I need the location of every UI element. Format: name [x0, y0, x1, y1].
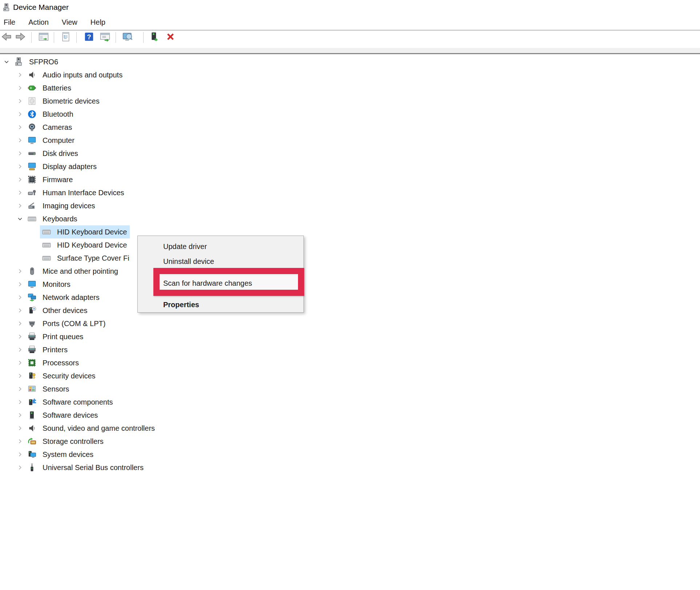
tree-row[interactable]: Storage controllers [0, 435, 700, 448]
chevron-right-icon[interactable] [16, 451, 24, 458]
tree-row[interactable]: Sensors [0, 382, 700, 396]
context-menu-item-uninstall-device[interactable]: Uninstall device [138, 254, 303, 269]
tree-row-content[interactable]: Ports (COM & LPT) [25, 317, 108, 330]
chevron-right-icon[interactable] [16, 84, 24, 92]
chevron-down-icon[interactable] [16, 215, 24, 222]
tree-row[interactable]: Mice and other pointing [0, 265, 700, 278]
menu-view[interactable]: View [57, 17, 83, 28]
tree-row[interactable]: Universal Serial Bus controllers [0, 461, 700, 474]
tree-row-content[interactable]: Printers [25, 343, 71, 356]
chevron-right-icon[interactable] [16, 412, 24, 419]
menu-file[interactable]: File [0, 17, 20, 28]
tree-row-content[interactable]: Sound, video and game controllers [25, 422, 158, 435]
tree-row-content[interactable]: Security devices [25, 369, 98, 382]
tree-row-content[interactable]: Sensors [25, 382, 72, 396]
chevron-right-icon[interactable] [16, 124, 24, 131]
tree-row[interactable]: HID Keyboard Device [0, 238, 700, 252]
chevron-right-icon[interactable] [16, 189, 24, 196]
chevron-right-icon[interactable] [16, 425, 24, 432]
chevron-right-icon[interactable] [16, 176, 24, 183]
chevron-right-icon[interactable] [16, 398, 24, 406]
chevron-right-icon[interactable] [16, 372, 24, 380]
tree-row[interactable]: Security devices [0, 369, 700, 382]
chevron-right-icon[interactable] [16, 137, 24, 144]
tree-row-selected[interactable]: HID Keyboard Device [0, 225, 700, 238]
chevron-right-icon[interactable] [16, 464, 24, 471]
tree-row[interactable]: Bluetooth [0, 108, 700, 121]
console-tree-button[interactable] [37, 31, 50, 44]
menu-help[interactable]: Help [85, 17, 110, 28]
tree-row-content[interactable]: Software components [25, 396, 116, 409]
chevron-right-icon[interactable] [16, 385, 24, 393]
tree-row-content[interactable]: Computer [25, 134, 77, 147]
tree-row-content[interactable]: Human Interface Devices [25, 186, 127, 199]
chevron-right-icon[interactable] [16, 268, 24, 275]
menu-action[interactable]: Action [23, 17, 54, 28]
tree-row[interactable]: Keyboards [0, 212, 700, 225]
chevron-right-icon[interactable] [16, 438, 24, 445]
tree-row[interactable]: Computer [0, 134, 700, 147]
tree-row-content[interactable]: Surface Type Cover Fi [40, 252, 132, 265]
tree-row-content[interactable]: Imaging devices [25, 199, 98, 212]
tree-row[interactable]: Audio inputs and outputs [0, 68, 700, 81]
tree-row[interactable]: Disk drives [0, 147, 700, 160]
back-button[interactable] [1, 31, 13, 44]
tree-row[interactable]: Cameras [0, 121, 700, 134]
scan-hardware-button[interactable] [121, 31, 134, 44]
tree-row[interactable]: ?Other devices [0, 304, 700, 317]
chevron-right-icon[interactable] [16, 333, 24, 340]
tree-row[interactable]: Printers [0, 343, 700, 356]
help-button[interactable]: ? [83, 31, 95, 44]
tree-row[interactable]: Imaging devices [0, 199, 700, 212]
context-menu-item-scan-for-hardware-changes[interactable]: Scan for hardware changes [160, 276, 298, 291]
tree-row-content[interactable]: Audio inputs and outputs [25, 68, 125, 81]
context-menu-item-properties[interactable]: Properties [138, 297, 303, 312]
tree-row-content[interactable]: Mice and other pointing [25, 265, 121, 278]
update-driver-button[interactable] [148, 31, 160, 44]
tree-row-content[interactable]: Monitors [25, 278, 73, 291]
tree-row-content[interactable]: SFPRO6 [12, 55, 61, 68]
chevron-right-icon[interactable] [16, 202, 24, 209]
tree-row-content[interactable]: Network adapters [25, 291, 102, 304]
chevron-right-icon[interactable] [16, 71, 24, 79]
tree-row[interactable]: SFPRO6 [0, 55, 700, 68]
chevron-right-icon[interactable] [16, 281, 24, 288]
tree-row-content[interactable]: Firmware [25, 173, 76, 186]
tree-row[interactable]: Processors [0, 356, 700, 369]
tree-row-content[interactable]: Bluetooth [25, 108, 76, 121]
tree-row-content[interactable]: Software devices [25, 409, 101, 422]
tree-row[interactable]: Biometric devices [0, 95, 700, 108]
chevron-right-icon[interactable] [16, 307, 24, 314]
tree-row-content[interactable]: Batteries [25, 81, 74, 95]
tree-row-content[interactable]: Biometric devices [25, 95, 102, 108]
tree-row-content[interactable]: Universal Serial Bus controllers [25, 461, 146, 474]
tree-row[interactable]: Monitors [0, 278, 700, 291]
export-list-button[interactable] [99, 31, 111, 44]
tree-row[interactable]: Ports (COM & LPT) [0, 317, 700, 330]
properties-button[interactable] [60, 31, 72, 44]
uninstall-button[interactable] [164, 31, 177, 44]
tree-row[interactable]: Surface Type Cover Fi [0, 252, 700, 265]
tree-row[interactable]: Batteries [0, 81, 700, 95]
chevron-right-icon[interactable] [16, 346, 24, 353]
tree-row[interactable]: Print queues [0, 330, 700, 343]
tree-row-content[interactable]: Storage controllers [25, 435, 106, 448]
chevron-right-icon[interactable] [16, 111, 24, 118]
tree-row[interactable]: Display adapters [0, 160, 700, 173]
tree-row-content[interactable]: Disk drives [25, 147, 81, 160]
tree-row-content[interactable]: Processors [25, 356, 82, 369]
tree-row-content[interactable]: HID Keyboard Device [40, 238, 130, 252]
tree-row[interactable]: System devices [0, 448, 700, 461]
tree-row-content[interactable]: Print queues [25, 330, 86, 343]
forward-button[interactable] [14, 31, 26, 44]
tree-row[interactable]: Firmware [0, 173, 700, 186]
tree-row-content[interactable]: Cameras [25, 121, 75, 134]
chevron-right-icon[interactable] [16, 150, 24, 157]
tree-row-content[interactable]: Keyboards [25, 212, 80, 225]
tree-row[interactable]: Human Interface Devices [0, 186, 700, 199]
tree-row-content[interactable]: ?Other devices [25, 304, 90, 317]
tree-row-content[interactable]: HID Keyboard Device [40, 225, 130, 238]
chevron-right-icon[interactable] [16, 97, 24, 105]
tree-row[interactable]: Software devices [0, 409, 700, 422]
chevron-right-icon[interactable] [16, 320, 24, 327]
